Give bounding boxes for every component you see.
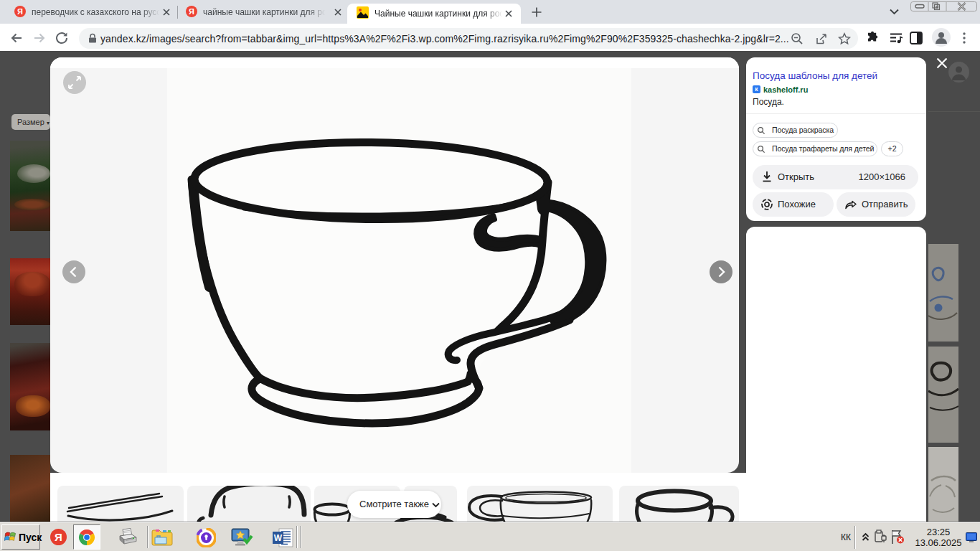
svg-text:W: W	[274, 533, 283, 543]
